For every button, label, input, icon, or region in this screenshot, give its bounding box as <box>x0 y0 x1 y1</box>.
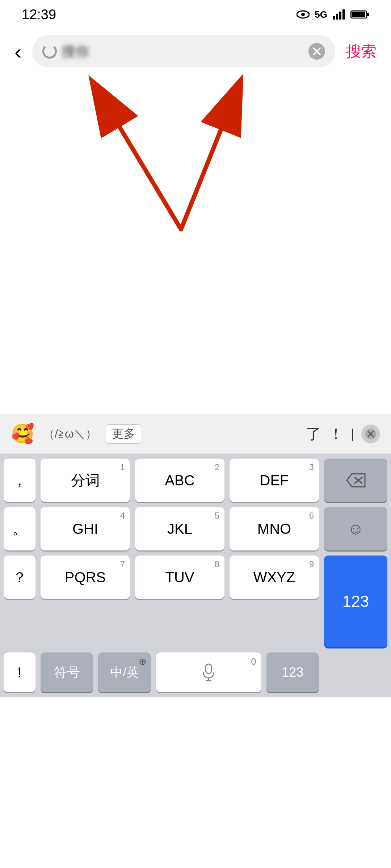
keyboard-row-4: ！ 符号 ⊕ 中/英 0 123 <box>4 652 387 692</box>
svg-rect-3 <box>336 14 338 20</box>
svg-line-14 <box>181 94 235 229</box>
key-exclaim[interactable]: ！ <box>4 652 35 692</box>
eye-icon <box>297 9 310 20</box>
quick-exclaim-button[interactable]: ！ <box>328 424 344 444</box>
symbol-label: 符号 <box>54 664 80 681</box>
arrows-svg <box>0 74 391 298</box>
space-num: 0 <box>251 656 256 667</box>
svg-line-13 <box>100 94 181 229</box>
status-bar: 12:39 5G <box>0 0 391 29</box>
svg-rect-20 <box>206 664 211 673</box>
status-time: 12:39 <box>22 7 56 22</box>
key-8-tuv[interactable]: 8 TUV <box>135 556 224 599</box>
search-bar-row: ‹ 搜你 搜索 <box>0 29 391 74</box>
key-3-def[interactable]: 3 DEF <box>230 459 319 502</box>
emoticon-text: （/≧ω＼） <box>43 426 97 442</box>
key-search-blue[interactable]: 123 <box>324 556 387 647</box>
5g-icon: 5G <box>315 9 327 20</box>
svg-rect-4 <box>339 12 341 20</box>
back-button[interactable]: ‹ <box>11 39 25 64</box>
num-label: 123 <box>282 665 303 680</box>
key-5-num: 5 <box>215 511 219 521</box>
key-7-pqrs[interactable]: 7 PQRS <box>41 556 130 599</box>
key-comma[interactable]: ， <box>4 459 35 502</box>
period-label: 。 <box>12 519 27 539</box>
search-input-wrap[interactable]: 搜你 <box>32 35 335 67</box>
key-period[interactable]: 。 <box>4 507 35 550</box>
keyboard-toolbar: 🥰 （/≧ω＼） 更多 了 ！ | <box>0 414 391 454</box>
battery-icon <box>350 9 369 20</box>
key-6-num: 6 <box>309 511 314 521</box>
key-4-num: 4 <box>120 511 125 521</box>
key-6-mno[interactable]: 6 MNO <box>230 507 319 550</box>
quick-le-button[interactable]: 了 <box>306 424 321 444</box>
globe-icon: ⊕ <box>139 656 147 667</box>
key-5-jkl[interactable]: 5 JKL <box>135 507 224 550</box>
clear-icon <box>312 47 321 56</box>
keyboard: ， 1 分词 2 ABC 3 DEF 。 <box>0 454 391 697</box>
annotation-arrows <box>0 74 391 298</box>
key-smiley[interactable]: ☺ <box>324 507 387 550</box>
key-5-label: JKL <box>167 521 192 537</box>
svg-point-1 <box>301 13 305 16</box>
quick-buttons: 了 ！ | <box>306 424 380 444</box>
search-confirm-button[interactable]: 搜索 <box>342 41 380 61</box>
keyboard-close-button[interactable] <box>361 425 380 443</box>
comma-label: ， <box>12 471 27 490</box>
search-clear-button[interactable] <box>308 43 325 60</box>
key-4-ghi[interactable]: 4 GHI <box>41 507 130 550</box>
quick-separator-button[interactable]: | <box>351 426 354 442</box>
key-9-label: WXYZ <box>253 569 295 586</box>
key-3-num: 3 <box>309 462 314 472</box>
keyboard-row-3: ？ 7 PQRS 8 TUV 9 WXYZ 123 <box>4 556 387 647</box>
key-7-num: 7 <box>120 559 125 569</box>
key-9-wxyz[interactable]: 9 WXYZ <box>230 556 319 599</box>
key-9-num: 9 <box>309 559 314 569</box>
key-question[interactable]: ？ <box>4 556 35 599</box>
lang-label: 中/英 <box>110 664 138 681</box>
white-space <box>0 298 391 414</box>
key-lang[interactable]: ⊕ 中/英 <box>98 652 151 692</box>
smiley-face-icon: ☺ <box>348 520 364 538</box>
question-label: ？ <box>12 567 27 587</box>
key-2-num: 2 <box>215 462 219 472</box>
close-x-icon <box>365 428 377 440</box>
key-8-label: TUV <box>165 569 194 586</box>
key-delete[interactable] <box>324 459 387 502</box>
key-2-label: ABC <box>165 472 194 489</box>
search-key-placeholder <box>324 652 387 692</box>
emoji-icon[interactable]: 🥰 <box>11 423 34 445</box>
key-4-label: GHI <box>72 521 98 537</box>
search-loading-icon <box>42 44 57 59</box>
exclaim-label: ！ <box>12 663 27 682</box>
keyboard-row-2: 。 4 GHI 5 JKL 6 MNO ☺ <box>4 507 387 550</box>
search-input[interactable]: 搜你 <box>62 42 308 61</box>
svg-rect-2 <box>333 16 335 20</box>
key-1-label: 分词 <box>71 471 100 490</box>
svg-rect-7 <box>367 13 369 16</box>
signal-icon <box>332 9 345 20</box>
search-key-label: 123 <box>342 592 369 610</box>
key-space[interactable]: 0 <box>156 652 261 692</box>
key-7-label: PQRS <box>65 569 106 586</box>
mic-icon <box>202 663 215 681</box>
key-2-abc[interactable]: 2 ABC <box>135 459 224 502</box>
key-8-num: 8 <box>215 559 219 569</box>
svg-rect-8 <box>352 12 365 17</box>
svg-rect-5 <box>342 9 345 20</box>
key-3-label: DEF <box>260 472 289 489</box>
backspace-icon <box>345 472 366 488</box>
key-1-fenci[interactable]: 1 分词 <box>41 459 130 502</box>
key-123[interactable]: 123 <box>266 652 319 692</box>
more-button[interactable]: 更多 <box>106 424 141 444</box>
keyboard-row-1: ， 1 分词 2 ABC 3 DEF <box>4 459 387 502</box>
key-symbol[interactable]: 符号 <box>41 652 93 692</box>
status-icons: 5G <box>297 9 369 20</box>
key-6-label: MNO <box>257 521 291 537</box>
key-1-num: 1 <box>120 462 125 472</box>
